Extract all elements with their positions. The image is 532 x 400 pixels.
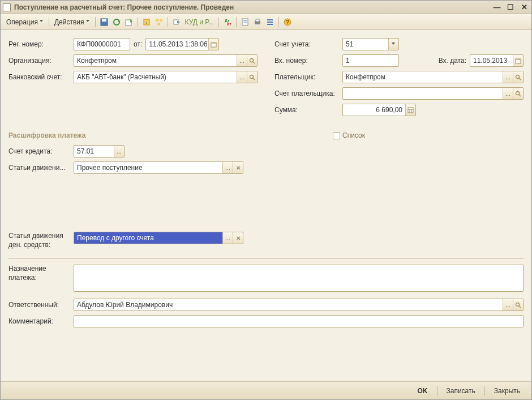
svg-line-27 bbox=[253, 78, 255, 80]
date-input[interactable]: 11.05.2013 1:38:06 bbox=[145, 38, 219, 50]
label-responsible: Ответственный: bbox=[8, 301, 74, 309]
label-payer: Плательщик: bbox=[274, 73, 342, 81]
search-icon[interactable] bbox=[513, 299, 523, 310]
payer-acc-input[interactable]: ... bbox=[342, 87, 524, 100]
svg-rect-16 bbox=[256, 19, 259, 22]
close-footer-button[interactable]: Закрыть bbox=[488, 385, 526, 397]
divider bbox=[8, 258, 524, 259]
menu-actions-label: Действия bbox=[54, 18, 84, 26]
svg-line-31 bbox=[519, 78, 521, 80]
credit-acc-input[interactable]: 57.01 ... bbox=[74, 145, 125, 158]
move-article-input[interactable]: Прочее поступление ... ✕ bbox=[74, 161, 243, 174]
kudir-link[interactable]: КУД и Р... bbox=[183, 18, 216, 26]
window-icon bbox=[3, 3, 11, 11]
select-button[interactable]: ... bbox=[222, 232, 233, 244]
calendar-icon[interactable] bbox=[513, 55, 523, 66]
svg-rect-34 bbox=[408, 108, 413, 113]
chevron-down-icon bbox=[392, 42, 396, 46]
separator bbox=[484, 386, 485, 396]
label-acc: Счет учета: bbox=[274, 40, 342, 48]
basis-icon[interactable]: ↓ bbox=[141, 16, 152, 28]
search-icon[interactable] bbox=[247, 71, 257, 83]
select-button[interactable]: ... bbox=[237, 71, 247, 83]
search-icon[interactable] bbox=[513, 71, 523, 83]
svg-point-30 bbox=[516, 75, 520, 78]
clear-button[interactable]: ✕ bbox=[233, 232, 243, 244]
svg-point-38 bbox=[516, 303, 520, 306]
clear-button[interactable]: ✕ bbox=[233, 162, 243, 173]
svg-rect-6 bbox=[156, 19, 158, 22]
in-no-input[interactable]: 1 bbox=[342, 54, 399, 67]
refresh-icon[interactable] bbox=[111, 16, 122, 28]
svg-point-32 bbox=[516, 91, 520, 95]
label-sum: Сумма: bbox=[274, 106, 342, 114]
titlebar: Поступление на расчетный счет: Прочее по… bbox=[1, 1, 531, 14]
main-window: Поступление на расчетный счет: Прочее по… bbox=[0, 0, 532, 400]
go-icon[interactable] bbox=[171, 16, 182, 28]
list-icon[interactable] bbox=[264, 16, 276, 28]
save-icon[interactable] bbox=[98, 16, 110, 28]
close-button[interactable]: ✕ bbox=[519, 3, 529, 12]
cash-article-input[interactable]: Перевод с другого счета ... ✕ bbox=[74, 232, 243, 244]
menu-actions[interactable]: Действия bbox=[52, 16, 92, 28]
search-icon[interactable] bbox=[247, 55, 257, 66]
menu-operation-label: Операция bbox=[6, 18, 38, 26]
structure-icon[interactable] bbox=[153, 16, 165, 28]
calculator-icon[interactable] bbox=[405, 104, 415, 116]
list-checkbox[interactable] bbox=[333, 132, 340, 139]
maximize-button[interactable]: ☐ bbox=[505, 3, 516, 12]
payer-input[interactable]: Конфетпром ... bbox=[342, 71, 524, 83]
section-header: Расшифровка платежа bbox=[8, 131, 85, 139]
svg-line-25 bbox=[253, 62, 255, 63]
label-list: Список bbox=[342, 131, 365, 139]
sum-input[interactable]: 6 690,00 bbox=[342, 104, 416, 116]
separator bbox=[236, 17, 237, 27]
print-icon[interactable] bbox=[252, 16, 263, 28]
chevron-down-icon bbox=[40, 20, 44, 24]
help-icon[interactable]: ? bbox=[282, 16, 293, 28]
select-button[interactable]: ... bbox=[114, 146, 124, 157]
select-button[interactable]: ... bbox=[237, 55, 247, 66]
label-cash-article: Статья движения ден. средств: bbox=[8, 232, 74, 249]
post-icon[interactable] bbox=[123, 16, 135, 28]
calendar-icon[interactable] bbox=[208, 39, 218, 50]
dropdown-button[interactable] bbox=[388, 39, 398, 50]
label-bank-acc: Банковский счет: bbox=[8, 73, 74, 81]
label-org: Организация: bbox=[8, 57, 74, 65]
comment-input[interactable] bbox=[74, 315, 524, 327]
menu-operation[interactable]: Операция bbox=[4, 16, 46, 28]
toolbar: Операция Действия ↓ КУД и Р... bbox=[1, 14, 531, 30]
minimize-button[interactable]: — bbox=[492, 3, 502, 12]
save-button[interactable]: Записать bbox=[441, 385, 481, 397]
label-from: от: bbox=[130, 40, 145, 48]
select-button[interactable]: ... bbox=[503, 71, 513, 83]
select-button[interactable]: ... bbox=[503, 299, 513, 310]
window-title: Поступление на расчетный счет: Прочее по… bbox=[14, 3, 492, 11]
label-comment: Комментарий: bbox=[8, 317, 74, 325]
label-in-date: Вх. дата: bbox=[435, 57, 470, 65]
ok-button[interactable]: OK bbox=[412, 385, 434, 397]
select-button[interactable]: ... bbox=[222, 162, 233, 173]
purpose-textarea[interactable] bbox=[74, 265, 524, 292]
svg-rect-1 bbox=[102, 19, 106, 22]
separator bbox=[138, 17, 138, 27]
responsible-input[interactable]: Абдулов Юрий Владимирович ... bbox=[74, 299, 524, 311]
select-button[interactable]: ... bbox=[503, 88, 513, 99]
separator bbox=[278, 17, 279, 27]
reg-no-input[interactable]: КФП00000001 bbox=[74, 38, 130, 50]
label-purpose: Назначение платежа: bbox=[8, 265, 74, 282]
org-input[interactable]: Конфетпром ... bbox=[74, 54, 258, 67]
label-in-no: Вх. номер: bbox=[274, 57, 342, 65]
svg-text:?: ? bbox=[286, 19, 289, 25]
search-icon[interactable] bbox=[513, 88, 523, 99]
separator bbox=[95, 17, 96, 27]
svg-rect-29 bbox=[516, 59, 521, 60]
dtkt-icon[interactable]: ДтКт bbox=[222, 16, 233, 28]
label-reg-no: Рег. номер: bbox=[8, 40, 74, 48]
bank-acc-input[interactable]: АКБ "АВТ-банк" (Расчетный) ... bbox=[74, 71, 258, 83]
window-controls: — ☐ ✕ bbox=[492, 3, 529, 12]
report-icon[interactable] bbox=[239, 16, 251, 28]
svg-point-24 bbox=[250, 58, 254, 62]
acc-input[interactable]: 51 bbox=[342, 38, 399, 50]
in-date-input[interactable]: 11.05.2013 bbox=[470, 54, 524, 67]
